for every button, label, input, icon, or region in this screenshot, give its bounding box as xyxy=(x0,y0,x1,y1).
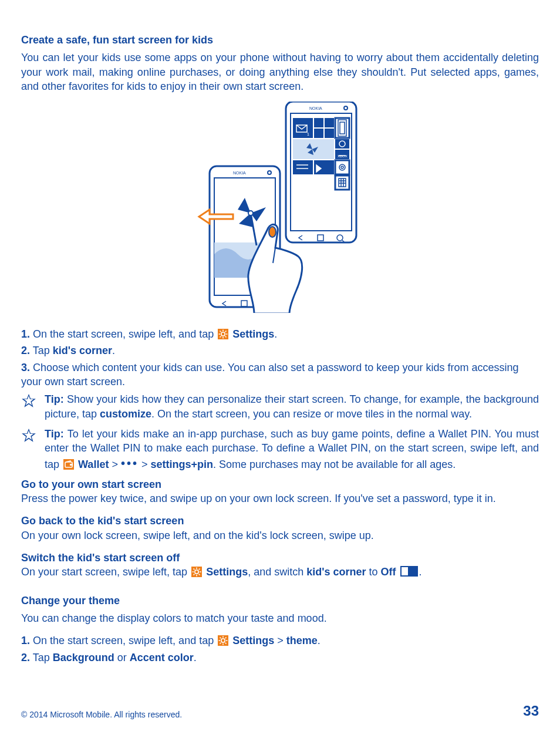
section-heading: Change your theme xyxy=(21,594,539,608)
settings-icon xyxy=(218,635,228,646)
svg-rect-9 xyxy=(335,118,349,138)
off-label: Off xyxy=(381,566,396,578)
step-2: 2. Tap kid's corner. xyxy=(21,343,539,358)
svg-text:XBOX: XBOX xyxy=(338,154,348,158)
sub-heading: Go back to the kid's start screen xyxy=(21,514,539,528)
tip-text: > xyxy=(109,459,121,470)
step-text: On the start screen, swipe left, and tap xyxy=(30,635,217,646)
svg-line-70 xyxy=(225,638,227,639)
step-3: 3. Choose which content your kids can us… xyxy=(21,360,539,389)
svg-rect-5 xyxy=(314,118,323,127)
step-number: 1. xyxy=(21,635,30,646)
svg-line-59 xyxy=(199,574,200,575)
star-icon xyxy=(21,392,36,421)
sub-body: On your start screen, swipe left, tap Se… xyxy=(21,565,539,579)
intro-paragraph: You can change the display colors to mat… xyxy=(21,611,539,625)
step-number: 3. xyxy=(21,362,30,373)
customize-label: customize xyxy=(100,408,151,420)
more-icon: ••• xyxy=(121,457,139,470)
svg-line-43 xyxy=(220,331,221,332)
sub-body: On your own lock screen, swipe left, and… xyxy=(21,528,539,542)
tip-label: Tip: xyxy=(45,428,68,440)
tip-text: . Some purchases may not be available fo… xyxy=(213,459,456,470)
tip-body: Tip: Show your kids how they can persona… xyxy=(45,392,539,421)
svg-line-58 xyxy=(194,569,195,570)
svg-line-44 xyxy=(225,336,227,338)
step-text: . xyxy=(274,328,277,340)
svg-rect-7 xyxy=(314,129,323,138)
svg-point-62 xyxy=(221,639,225,642)
svg-text:NOKIA: NOKIA xyxy=(309,106,322,110)
svg-line-69 xyxy=(220,643,221,644)
sub-heading: Go to your own start screen xyxy=(21,477,539,491)
svg-text:NOKIA: NOKIA xyxy=(233,171,246,175)
step-text: Tap xyxy=(30,345,53,356)
sub-heading: Switch the kid's start screen off xyxy=(21,551,539,565)
svg-line-60 xyxy=(194,574,195,575)
intro-paragraph: You can let your kids use some apps on y… xyxy=(21,50,539,93)
settings-icon xyxy=(191,567,202,577)
page-number: 33 xyxy=(523,702,539,720)
svg-text:1: 1 xyxy=(307,132,309,136)
svg-rect-13 xyxy=(293,160,313,174)
wallet-icon xyxy=(63,459,74,470)
svg-point-37 xyxy=(269,227,276,237)
step-1: 1. On the start screen, swipe left, and … xyxy=(21,327,539,341)
copyright-text: © 2014 Microsoft Mobile. All rights rese… xyxy=(21,709,182,720)
svg-line-61 xyxy=(199,569,200,570)
svg-line-45 xyxy=(220,336,221,338)
tip-body: Tip: To let your kids make an in-app pur… xyxy=(45,427,539,471)
wallet-label: Wallet xyxy=(78,459,109,470)
settings-label: Settings xyxy=(232,328,274,340)
step-text: . xyxy=(112,345,115,356)
background-label: Background xyxy=(53,652,114,663)
steps-block: 1. On the start screen, swipe left, and … xyxy=(21,327,539,389)
step-text: Choose which content your kids can use. … xyxy=(21,362,518,387)
tip-label: Tip: xyxy=(45,393,67,405)
settings-pin-label: settings+pin xyxy=(150,459,213,470)
theme-label: theme xyxy=(286,635,318,646)
tip-1: Tip: Show your kids how they can persona… xyxy=(21,392,539,421)
tip-2: Tip: To let your kids make an in-app pur… xyxy=(21,427,539,471)
tip-text: . On the start screen, you can resize or… xyxy=(151,408,472,420)
step-number: 2. xyxy=(21,652,30,663)
kids-corner-label: kid's corner xyxy=(53,345,112,356)
svg-point-53 xyxy=(195,570,198,574)
sub-body: Press the power key twice, and swipe up … xyxy=(21,491,539,506)
tip-text: > xyxy=(139,459,151,470)
sub-text: , and switch xyxy=(248,566,306,578)
svg-line-67 xyxy=(220,638,221,639)
settings-label: Settings xyxy=(232,635,274,646)
accent-color-label: Accent color xyxy=(130,652,194,663)
sub-go-own: Go to your own start screen Press the po… xyxy=(21,477,539,506)
sub-text: On your start screen, swipe left, tap xyxy=(21,566,190,578)
step-text: On the start screen, swipe left, and tap xyxy=(30,328,217,340)
step-text: Tap xyxy=(30,652,53,663)
svg-rect-16 xyxy=(335,176,349,190)
steps-block-2: 1. On the start screen, swipe left, and … xyxy=(21,633,539,665)
step-2: 2. Tap Background or Accent color. xyxy=(21,651,539,665)
svg-line-46 xyxy=(225,331,227,332)
svg-rect-8 xyxy=(325,129,334,138)
settings-icon xyxy=(218,329,228,339)
step-text: . xyxy=(318,635,321,646)
kids-corner-label: kid's corner xyxy=(306,566,366,578)
svg-rect-6 xyxy=(325,118,334,127)
sub-switch-off: Switch the kid's start screen off On you… xyxy=(21,551,539,579)
sub-text xyxy=(396,566,399,578)
settings-label: Settings xyxy=(206,566,248,578)
step-number: 2. xyxy=(21,345,30,356)
svg-rect-15 xyxy=(335,160,349,174)
svg-line-68 xyxy=(225,643,227,644)
illustration: NOKIA 1 XBOX xyxy=(21,102,539,313)
step-text: . xyxy=(194,652,197,663)
step-text: > xyxy=(274,635,286,646)
step-number: 1. xyxy=(21,328,30,340)
star-icon xyxy=(21,427,36,471)
toggle-off-icon xyxy=(400,566,418,577)
section-heading: Create a safe, fun start screen for kids xyxy=(21,33,539,47)
sub-text: to xyxy=(366,566,381,578)
svg-point-34 xyxy=(248,211,253,215)
footer: © 2014 Microsoft Mobile. All rights rese… xyxy=(21,702,539,720)
step-1: 1. On the start screen, swipe left, and … xyxy=(21,633,539,648)
